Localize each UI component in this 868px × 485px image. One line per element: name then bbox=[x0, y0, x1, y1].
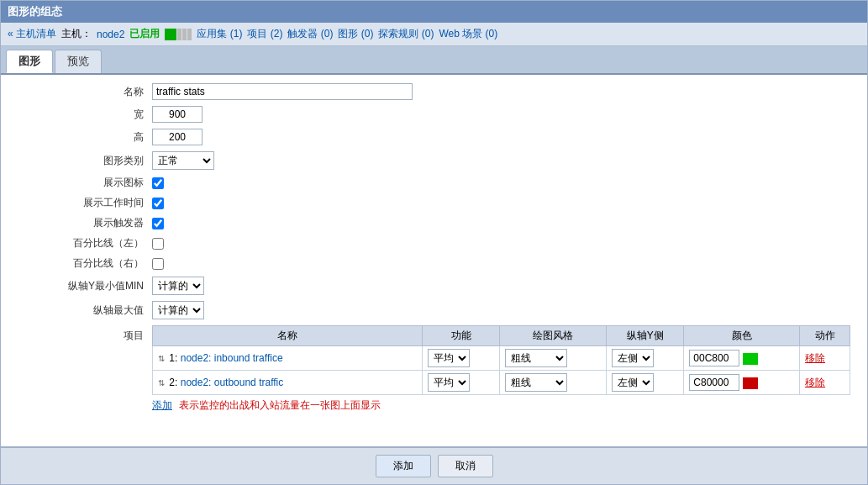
main-window: 图形的组态 « 主机清单 主机： node2 已启用 应用集 (1) 项目 (2… bbox=[0, 0, 868, 485]
row2-yaxis-cell: 左侧右侧 bbox=[607, 371, 684, 395]
footer: 添加 取消 bbox=[1, 446, 867, 484]
row2-remove-button[interactable]: 移除 bbox=[805, 376, 825, 390]
web-scenarios-link[interactable]: Web 场景 (0) bbox=[439, 27, 497, 41]
row1-yaxis-select[interactable]: 左侧右侧 bbox=[612, 349, 654, 367]
show-icon-label: 展示图标 bbox=[18, 176, 152, 190]
show-trigger-row: 展示触发器 bbox=[18, 216, 850, 230]
height-row: 高 bbox=[18, 129, 850, 145]
width-label: 宽 bbox=[18, 108, 152, 122]
items-label: 项目 bbox=[18, 325, 152, 343]
sort-arrows-2: ⇅ bbox=[158, 378, 165, 387]
items-link[interactable]: 项目 (2) bbox=[247, 27, 282, 41]
name-input[interactable] bbox=[152, 83, 413, 100]
col-y-axis: 纵轴Y侧 bbox=[607, 326, 684, 346]
enabled-status: 已启用 bbox=[129, 27, 160, 41]
row2-function-cell: 平均最小最大全部 bbox=[423, 371, 500, 395]
row1-function-select[interactable]: 平均最小最大全部 bbox=[428, 349, 470, 367]
row2-name-cell: ⇅ 2: node2: outbound traffic bbox=[153, 371, 423, 395]
percent-left-checkbox[interactable] bbox=[152, 238, 164, 250]
items-section: 项目 名称 功能 绘图风格 纵轴Y侧 颜色 动作 bbox=[18, 325, 850, 416]
row1-function-cell: 平均最小最大全部 bbox=[423, 346, 500, 371]
name-label: 名称 bbox=[18, 85, 152, 99]
host-link[interactable]: node2 bbox=[97, 29, 124, 40]
graph-type-label: 图形类别 bbox=[18, 154, 152, 168]
percent-left-row: 百分比线（左） bbox=[18, 236, 850, 250]
row1-num: 1: bbox=[169, 352, 177, 364]
col-function: 功能 bbox=[423, 326, 500, 346]
col-draw-style: 绘图风格 bbox=[500, 326, 607, 346]
table-row: ⇅ 2: node2: outbound traffic 平均最小最大全部 bbox=[153, 371, 850, 395]
host-label: 主机： bbox=[61, 27, 92, 41]
show-worktime-checkbox[interactable] bbox=[152, 198, 164, 209]
row2-color-cell bbox=[684, 371, 800, 395]
host-list-link[interactable]: « 主机清单 bbox=[8, 27, 56, 41]
add-row: 添加 表示监控的出战和入站流量在一张图上面显示 bbox=[152, 395, 850, 416]
row2-drawstyle-select[interactable]: 线填充区域粗线点 bbox=[505, 373, 567, 392]
items-table-wrap: 名称 功能 绘图风格 纵轴Y侧 颜色 动作 ⇅ 1: bbox=[152, 325, 850, 416]
show-icon-row: 展示图标 bbox=[18, 176, 850, 190]
row2-color-input[interactable] bbox=[689, 374, 739, 391]
hint-text: 表示监控的出战和入站流量在一张图上面显示 bbox=[179, 398, 381, 413]
row1-name-cell: ⇅ 1: node2: inbound traffice bbox=[153, 346, 423, 371]
show-worktime-label: 展示工作时间 bbox=[18, 196, 152, 210]
tab-graph[interactable]: 图形 bbox=[6, 50, 53, 73]
col-name: 名称 bbox=[153, 326, 423, 346]
name-row: 名称 bbox=[18, 83, 850, 100]
add-item-link[interactable]: 添加 bbox=[152, 398, 172, 413]
row1-color-cell bbox=[684, 346, 800, 371]
y-max-row: 纵轴最大值 计算的 固定的 元素 bbox=[18, 301, 850, 319]
row1-yaxis-cell: 左侧右侧 bbox=[607, 346, 684, 371]
percent-right-checkbox[interactable] bbox=[152, 258, 164, 270]
show-trigger-label: 展示触发器 bbox=[18, 216, 152, 230]
percent-left-label: 百分比线（左） bbox=[18, 236, 152, 250]
percent-right-label: 百分比线（右） bbox=[18, 256, 152, 271]
row2-action-cell: 移除 bbox=[800, 371, 850, 395]
tab-preview[interactable]: 预览 bbox=[55, 50, 102, 73]
percent-right-row: 百分比线（右） bbox=[18, 256, 850, 271]
row2-color-box bbox=[743, 377, 758, 389]
sort-arrows-1: ⇅ bbox=[158, 354, 165, 363]
row1-drawstyle-select[interactable]: 线填充区域粗线点 bbox=[505, 349, 567, 367]
triggers-link[interactable]: 触发器 (0) bbox=[287, 27, 333, 41]
app-set-link[interactable]: 应用集 (1) bbox=[197, 27, 242, 41]
enabled-icon bbox=[165, 29, 192, 40]
title-bar: 图形的组态 bbox=[1, 1, 867, 23]
row2-item-link[interactable]: node2: outbound traffic bbox=[181, 377, 284, 388]
width-input[interactable] bbox=[152, 106, 203, 123]
y-min-label: 纵轴Y最小值MIN bbox=[18, 279, 152, 293]
row2-drawstyle-cell: 线填充区域粗线点 bbox=[500, 371, 607, 395]
table-row: ⇅ 1: node2: inbound traffice 平均最小最大全部 bbox=[153, 346, 850, 371]
col-action: 动作 bbox=[800, 326, 850, 346]
show-worktime-row: 展示工作时间 bbox=[18, 196, 850, 210]
row1-item-link[interactable]: node2: inbound traffice bbox=[181, 352, 283, 364]
tab-bar: 图形 预览 bbox=[1, 46, 867, 75]
height-input[interactable] bbox=[152, 129, 203, 145]
row1-remove-button[interactable]: 移除 bbox=[805, 351, 825, 366]
row1-action-cell: 移除 bbox=[800, 346, 850, 371]
row1-drawstyle-cell: 线填充区域粗线点 bbox=[500, 346, 607, 371]
width-row: 宽 bbox=[18, 106, 850, 123]
height-label: 高 bbox=[18, 130, 152, 145]
row2-num: 2: bbox=[169, 377, 177, 388]
discovery-link[interactable]: 探索规则 (0) bbox=[378, 27, 434, 41]
y-min-select[interactable]: 计算的 固定的 元素 bbox=[152, 277, 204, 295]
graph-type-row: 图形类别 正常 叠加 饼图 分解饼图 bbox=[18, 151, 850, 170]
show-icon-checkbox[interactable] bbox=[152, 177, 164, 189]
breadcrumb: « 主机清单 主机： node2 已启用 应用集 (1) 项目 (2) 触发器 … bbox=[1, 23, 867, 46]
row2-function-select[interactable]: 平均最小最大全部 bbox=[428, 373, 470, 392]
show-trigger-checkbox[interactable] bbox=[152, 218, 164, 229]
items-table: 名称 功能 绘图风格 纵轴Y侧 颜色 动作 ⇅ 1: bbox=[152, 325, 850, 395]
y-max-label: 纵轴最大值 bbox=[18, 303, 152, 318]
content-area: 名称 宽 高 图形类别 正常 叠加 饼图 分解饼图 展示图标 bbox=[1, 75, 867, 446]
row1-color-box bbox=[743, 353, 758, 365]
y-min-row: 纵轴Y最小值MIN 计算的 固定的 元素 bbox=[18, 277, 850, 295]
row1-color-input[interactable] bbox=[689, 350, 739, 366]
row2-yaxis-select[interactable]: 左侧右侧 bbox=[612, 373, 654, 392]
col-color: 颜色 bbox=[684, 326, 800, 346]
y-max-select[interactable]: 计算的 固定的 元素 bbox=[152, 301, 204, 319]
cancel-button[interactable]: 取消 bbox=[438, 455, 493, 477]
add-button[interactable]: 添加 bbox=[376, 455, 431, 477]
graph-type-select[interactable]: 正常 叠加 饼图 分解饼图 bbox=[152, 151, 214, 170]
graphs-link[interactable]: 图形 (0) bbox=[338, 27, 373, 41]
title-text: 图形的组态 bbox=[8, 5, 62, 18]
